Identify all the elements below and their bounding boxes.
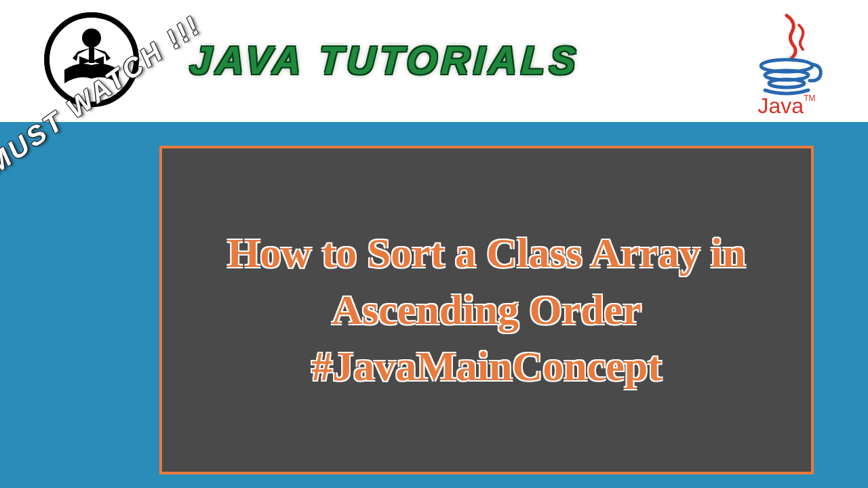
- lower-section: MUST WATCH !!! How to Sort a Class Array…: [0, 122, 868, 488]
- java-logo-text: JavaTM: [739, 94, 834, 119]
- svg-point-1: [82, 28, 101, 47]
- svg-point-5: [769, 79, 804, 87]
- header-title: JAVA TUTORIALS: [189, 37, 580, 83]
- trademark-symbol: TM: [804, 94, 815, 103]
- content-box: How to Sort a Class Array in Ascending O…: [159, 146, 814, 474]
- content-title: How to Sort a Class Array in Ascending O…: [176, 225, 797, 395]
- svg-rect-2: [89, 46, 94, 63]
- java-logo: JavaTM: [739, 10, 834, 115]
